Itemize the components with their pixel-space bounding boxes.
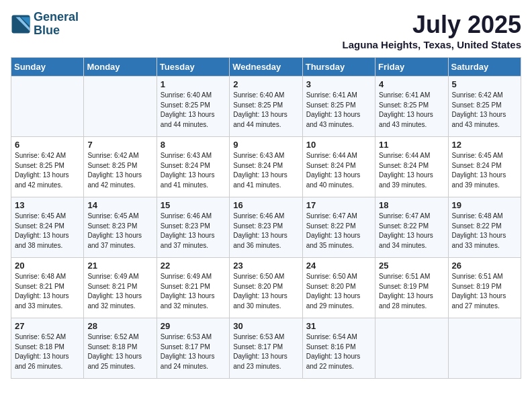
calendar-cell: 21Sunrise: 6:49 AM Sunset: 8:21 PM Dayli… xyxy=(84,258,157,318)
day-info: Sunrise: 6:40 AM Sunset: 8:25 PM Dayligh… xyxy=(233,91,298,130)
day-number: 27 xyxy=(15,321,80,331)
day-info: Sunrise: 6:53 AM Sunset: 8:17 PM Dayligh… xyxy=(233,332,298,371)
day-number: 30 xyxy=(233,321,298,331)
week-row-5: 27Sunrise: 6:52 AM Sunset: 8:18 PM Dayli… xyxy=(11,318,521,379)
calendar-cell: 10Sunrise: 6:44 AM Sunset: 8:24 PM Dayli… xyxy=(302,137,375,197)
weekday-header-saturday: Saturday xyxy=(448,58,521,77)
day-number: 29 xyxy=(161,321,226,331)
calendar-cell: 25Sunrise: 6:51 AM Sunset: 8:19 PM Dayli… xyxy=(375,258,448,318)
day-number: 25 xyxy=(379,261,444,271)
day-number: 8 xyxy=(161,140,226,150)
calendar-cell: 27Sunrise: 6:52 AM Sunset: 8:18 PM Dayli… xyxy=(11,318,84,379)
calendar-cell: 19Sunrise: 6:48 AM Sunset: 8:22 PM Dayli… xyxy=(448,197,521,258)
day-info: Sunrise: 6:46 AM Sunset: 8:23 PM Dayligh… xyxy=(161,212,226,250)
calendar-cell: 15Sunrise: 6:46 AM Sunset: 8:23 PM Dayli… xyxy=(157,197,229,258)
logo-line1: General xyxy=(34,11,79,24)
calendar-cell: 12Sunrise: 6:45 AM Sunset: 8:24 PM Dayli… xyxy=(448,137,521,197)
logo-text: General Blue xyxy=(34,11,79,38)
title-block: July 2025 Laguna Heights, Texas, United … xyxy=(343,11,521,50)
weekday-header-monday: Monday xyxy=(84,58,157,77)
calendar-cell: 9Sunrise: 6:43 AM Sunset: 8:24 PM Daylig… xyxy=(230,137,302,197)
calendar-cell: 18Sunrise: 6:47 AM Sunset: 8:22 PM Dayli… xyxy=(375,197,448,258)
day-number: 10 xyxy=(306,140,371,150)
calendar-table: SundayMondayTuesdayWednesdayThursdayFrid… xyxy=(11,57,521,379)
calendar-cell: 30Sunrise: 6:53 AM Sunset: 8:17 PM Dayli… xyxy=(230,318,302,379)
day-info: Sunrise: 6:52 AM Sunset: 8:18 PM Dayligh… xyxy=(15,332,80,371)
weekday-header-wednesday: Wednesday xyxy=(230,58,302,77)
day-info: Sunrise: 6:43 AM Sunset: 8:24 PM Dayligh… xyxy=(161,151,226,190)
calendar-cell: 26Sunrise: 6:51 AM Sunset: 8:19 PM Dayli… xyxy=(448,258,521,318)
day-number: 14 xyxy=(87,200,152,210)
day-number: 31 xyxy=(306,321,371,331)
day-info: Sunrise: 6:44 AM Sunset: 8:24 PM Dayligh… xyxy=(306,151,371,190)
day-number: 23 xyxy=(233,261,298,271)
month-year: July 2025 xyxy=(343,11,521,39)
day-info: Sunrise: 6:49 AM Sunset: 8:21 PM Dayligh… xyxy=(161,272,226,311)
day-number: 20 xyxy=(15,261,80,271)
day-info: Sunrise: 6:41 AM Sunset: 8:25 PM Dayligh… xyxy=(379,91,444,130)
day-info: Sunrise: 6:45 AM Sunset: 8:24 PM Dayligh… xyxy=(452,151,517,190)
day-info: Sunrise: 6:49 AM Sunset: 8:21 PM Dayligh… xyxy=(87,272,152,311)
calendar-cell: 31Sunrise: 6:54 AM Sunset: 8:16 PM Dayli… xyxy=(302,318,375,379)
calendar-cell: 1Sunrise: 6:40 AM Sunset: 8:25 PM Daylig… xyxy=(157,77,229,137)
day-number: 21 xyxy=(87,261,152,271)
day-info: Sunrise: 6:43 AM Sunset: 8:24 PM Dayligh… xyxy=(233,151,298,190)
calendar-cell: 16Sunrise: 6:46 AM Sunset: 8:23 PM Dayli… xyxy=(230,197,302,258)
day-info: Sunrise: 6:48 AM Sunset: 8:21 PM Dayligh… xyxy=(15,272,80,311)
day-info: Sunrise: 6:50 AM Sunset: 8:20 PM Dayligh… xyxy=(306,272,371,311)
day-info: Sunrise: 6:47 AM Sunset: 8:22 PM Dayligh… xyxy=(306,212,371,250)
day-number: 9 xyxy=(233,140,298,150)
logo-icon xyxy=(11,14,31,34)
day-number: 2 xyxy=(233,79,298,89)
day-info: Sunrise: 6:53 AM Sunset: 8:17 PM Dayligh… xyxy=(161,332,226,371)
calendar-cell xyxy=(375,318,448,379)
calendar-cell: 20Sunrise: 6:48 AM Sunset: 8:21 PM Dayli… xyxy=(11,258,84,318)
calendar-cell: 2Sunrise: 6:40 AM Sunset: 8:25 PM Daylig… xyxy=(230,77,302,137)
logo: General Blue xyxy=(11,11,79,38)
day-number: 22 xyxy=(161,261,226,271)
day-info: Sunrise: 6:42 AM Sunset: 8:25 PM Dayligh… xyxy=(15,151,80,190)
calendar-cell: 5Sunrise: 6:42 AM Sunset: 8:25 PM Daylig… xyxy=(448,77,521,137)
day-number: 4 xyxy=(379,79,444,89)
calendar-cell xyxy=(448,318,521,379)
calendar-cell: 14Sunrise: 6:45 AM Sunset: 8:23 PM Dayli… xyxy=(84,197,157,258)
day-info: Sunrise: 6:44 AM Sunset: 8:24 PM Dayligh… xyxy=(379,151,444,190)
calendar-cell: 17Sunrise: 6:47 AM Sunset: 8:22 PM Dayli… xyxy=(302,197,375,258)
calendar-cell: 4Sunrise: 6:41 AM Sunset: 8:25 PM Daylig… xyxy=(375,77,448,137)
day-number: 13 xyxy=(15,200,80,210)
day-info: Sunrise: 6:45 AM Sunset: 8:24 PM Dayligh… xyxy=(15,212,80,250)
day-number: 24 xyxy=(306,261,371,271)
day-info: Sunrise: 6:42 AM Sunset: 8:25 PM Dayligh… xyxy=(87,151,152,190)
week-row-4: 20Sunrise: 6:48 AM Sunset: 8:21 PM Dayli… xyxy=(11,258,521,318)
day-number: 5 xyxy=(452,79,517,89)
weekday-header-friday: Friday xyxy=(375,58,448,77)
logo-line2: Blue xyxy=(34,24,79,38)
day-number: 16 xyxy=(233,200,298,210)
day-number: 1 xyxy=(161,79,226,89)
week-row-3: 13Sunrise: 6:45 AM Sunset: 8:24 PM Dayli… xyxy=(11,197,521,258)
day-number: 7 xyxy=(87,140,152,150)
weekday-header-row: SundayMondayTuesdayWednesdayThursdayFrid… xyxy=(11,58,521,77)
calendar-cell: 8Sunrise: 6:43 AM Sunset: 8:24 PM Daylig… xyxy=(157,137,229,197)
weekday-header-sunday: Sunday xyxy=(11,58,84,77)
day-info: Sunrise: 6:40 AM Sunset: 8:25 PM Dayligh… xyxy=(161,91,226,130)
calendar-cell: 29Sunrise: 6:53 AM Sunset: 8:17 PM Dayli… xyxy=(157,318,229,379)
calendar-cell: 11Sunrise: 6:44 AM Sunset: 8:24 PM Dayli… xyxy=(375,137,448,197)
day-number: 12 xyxy=(452,140,517,150)
calendar-cell: 7Sunrise: 6:42 AM Sunset: 8:25 PM Daylig… xyxy=(84,137,157,197)
calendar-cell: 13Sunrise: 6:45 AM Sunset: 8:24 PM Dayli… xyxy=(11,197,84,258)
day-info: Sunrise: 6:51 AM Sunset: 8:19 PM Dayligh… xyxy=(452,272,517,311)
day-number: 18 xyxy=(379,200,444,210)
day-number: 28 xyxy=(87,321,152,331)
day-number: 26 xyxy=(452,261,517,271)
calendar-cell: 28Sunrise: 6:52 AM Sunset: 8:18 PM Dayli… xyxy=(84,318,157,379)
day-number: 19 xyxy=(452,200,517,210)
week-row-2: 6Sunrise: 6:42 AM Sunset: 8:25 PM Daylig… xyxy=(11,137,521,197)
calendar-cell: 3Sunrise: 6:41 AM Sunset: 8:25 PM Daylig… xyxy=(302,77,375,137)
calendar-cell: 6Sunrise: 6:42 AM Sunset: 8:25 PM Daylig… xyxy=(11,137,84,197)
day-info: Sunrise: 6:50 AM Sunset: 8:20 PM Dayligh… xyxy=(233,272,298,311)
calendar-cell: 24Sunrise: 6:50 AM Sunset: 8:20 PM Dayli… xyxy=(302,258,375,318)
page-header: General Blue July 2025 Laguna Heights, T… xyxy=(11,11,521,50)
day-number: 17 xyxy=(306,200,371,210)
calendar-cell: 22Sunrise: 6:49 AM Sunset: 8:21 PM Dayli… xyxy=(157,258,229,318)
